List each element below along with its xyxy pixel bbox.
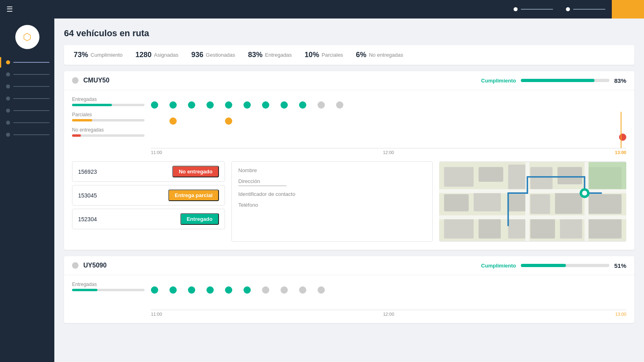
contact-nombre-label: Nombre <box>238 167 426 173</box>
dot-teal-1 <box>151 101 158 109</box>
sidebar-item-5[interactable] <box>0 105 54 116</box>
sidebar-item-6[interactable] <box>0 117 54 128</box>
time2-label-1200: 12:00 <box>383 312 394 317</box>
chart-dots-teal-row <box>151 100 626 109</box>
stat-cumplimiento-number: 73% <box>74 51 88 59</box>
legend-no-entregadas-label: No entregadas <box>72 127 144 133</box>
contact-telefono: Teléfono <box>238 202 426 208</box>
cumplimiento-bar-2 <box>521 264 566 267</box>
logo[interactable]: ⬡ <box>15 25 39 49</box>
dot2-teal-4 <box>206 286 214 294</box>
svg-rect-2 <box>479 167 503 182</box>
content-area: 64 vehículos en ruta 73% Cumplimiento 12… <box>54 19 644 362</box>
svg-rect-16 <box>530 219 555 239</box>
stat-parciales: 10% Parciales <box>305 51 343 59</box>
dot-teal-9 <box>299 101 306 109</box>
stat-no-entregadas: 6% No entregadas <box>356 51 403 59</box>
chart-timeline-1: 11:00 12:00 13:00 <box>151 148 626 155</box>
dot-teal-3 <box>188 101 195 109</box>
cumplimiento-pct-2: 51% <box>614 262 626 269</box>
delivery-badge-1[interactable]: No entregado <box>172 166 219 177</box>
dot2-gray-3 <box>299 286 306 294</box>
stat-asignadas: 1280 Asignadas <box>136 51 179 59</box>
svg-rect-10 <box>555 192 582 214</box>
sidebar-dot-3 <box>6 84 10 88</box>
chart-timeline-2: 11:00 12:00 13:00 <box>151 310 626 317</box>
svg-rect-23 <box>584 162 588 241</box>
sidebar-dot-6 <box>6 121 10 125</box>
svg-point-25 <box>582 191 587 195</box>
current-time-indicator <box>621 112 621 148</box>
svg-rect-19 <box>587 162 626 192</box>
dot-teal-8 <box>281 101 288 109</box>
chart-dots-yellow-row <box>151 116 626 125</box>
sidebar-item-7[interactable] <box>0 130 54 140</box>
svg-rect-13 <box>444 219 474 239</box>
vehicle-header-2: UY5090 Cumplimiento 51% <box>64 256 634 275</box>
dot2-teal-1 <box>151 286 158 294</box>
dot2-gray-2 <box>281 286 288 294</box>
dot2-teal-3 <box>188 286 195 294</box>
dot-red-1 <box>619 134 626 141</box>
cumplimiento-bar-wrap-1 <box>521 79 609 82</box>
svg-rect-7 <box>530 167 552 189</box>
contact-identificador: Identificador de contacto <box>238 191 426 197</box>
vehicle-card-2: UY5090 Cumplimiento 51% Entregadas <box>64 256 634 323</box>
svg-rect-14 <box>479 219 501 239</box>
stat-cumplimiento-label: Cumplimiento <box>91 52 122 58</box>
time2-label-1100: 11:00 <box>151 312 162 317</box>
sidebar-item-3[interactable] <box>0 81 54 92</box>
time-label-1200: 12:00 <box>383 150 394 155</box>
legend-entregadas-bar <box>72 104 112 106</box>
vehicle-status-dot-2 <box>72 262 78 269</box>
dot2-teal-6 <box>244 286 251 294</box>
sidebar: ⬡ <box>0 19 54 362</box>
sidebar-line-7 <box>13 134 50 135</box>
chart-legend-2: Entregadas <box>72 282 144 317</box>
vehicle-id-1: CMUY50 <box>83 77 481 84</box>
legend-no-entregadas-bar-wrap <box>72 134 144 137</box>
stat-no-entregadas-label: No entregadas <box>369 52 403 58</box>
time2-label-1300: 13:00 <box>615 312 626 317</box>
svg-rect-3 <box>508 165 528 189</box>
chart-area-2: 11:00 12:00 13:00 <box>151 282 626 317</box>
vehicle-card-1: CMUY50 Cumplimiento 83% Entregadas <box>64 71 634 250</box>
delivery-row-1: 156923 No entregado <box>72 161 225 182</box>
legend-entregadas-bar-2 <box>72 289 97 291</box>
stat-parciales-label: Parciales <box>322 52 343 58</box>
sidebar-line-3 <box>13 86 50 87</box>
sidebar-line-5 <box>13 110 50 111</box>
vehicle-chart-section-2: Entregadas <box>64 275 634 323</box>
stat-gestionadas-label: Gestionadas <box>206 52 235 58</box>
delivery-badge-2[interactable]: Entrega parcial <box>168 189 219 201</box>
sidebar-dot-1 <box>6 60 10 64</box>
nav-slider-2 <box>559 7 612 11</box>
main-layout: ⬡ 64 vehícul <box>0 19 644 362</box>
time-label-1300: 13:00 <box>615 150 626 155</box>
sidebar-dot-7 <box>6 133 10 137</box>
delivery-row-2: 153045 Entrega parcial <box>72 185 225 206</box>
delivery-badge-3[interactable]: Entregado <box>180 213 219 225</box>
vehicle-chart-section-1: Entregadas Parciales No entregadas <box>64 90 634 161</box>
contact-identificador-label: Identificador de contacto <box>238 191 426 197</box>
chart-dots-red-row <box>151 132 626 141</box>
svg-rect-4 <box>444 194 469 212</box>
sidebar-item-2[interactable] <box>0 69 54 80</box>
sidebar-item-1[interactable] <box>0 57 54 68</box>
svg-rect-22 <box>525 162 529 241</box>
legend-entregadas-label: Entregadas <box>72 97 144 102</box>
stat-cumplimiento: 73% Cumplimiento <box>74 51 123 59</box>
sidebar-item-4[interactable] <box>0 93 54 104</box>
svg-rect-1 <box>444 167 474 187</box>
chart-legend-1: Entregadas Parciales No entregadas <box>72 97 144 155</box>
cumplimiento-label-1: Cumplimiento <box>481 78 516 84</box>
nav-line-1 <box>521 9 553 10</box>
sidebar-line-2 <box>13 74 50 75</box>
stat-entregadas: 83% Entregadas <box>248 51 292 59</box>
stats-bar: 73% Cumplimiento 1280 Asignadas 936 Gest… <box>64 45 634 65</box>
nav-dot-1 <box>514 7 518 11</box>
svg-rect-5 <box>473 192 500 212</box>
stat-asignadas-label: Asignadas <box>154 52 179 58</box>
legend-entregadas-2: Entregadas <box>72 282 144 291</box>
menu-icon[interactable]: ☰ <box>6 5 13 14</box>
